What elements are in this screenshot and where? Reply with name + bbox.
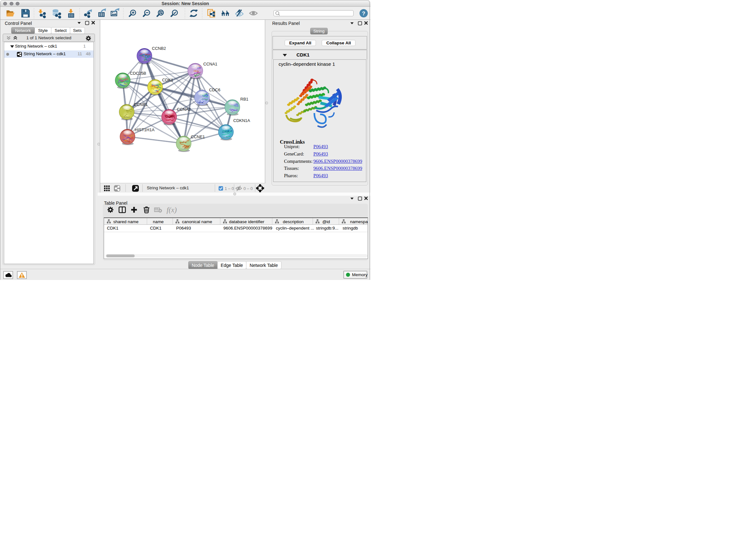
svg-text:1 – 0: 1 – 0 xyxy=(225,186,234,191)
svg-text:f(x): f(x) xyxy=(166,206,177,214)
svg-text:canonical name: canonical name xyxy=(182,219,212,224)
svg-text:shared name: shared name xyxy=(113,219,138,224)
svg-text:CCNB1: CCNB1 xyxy=(134,102,148,107)
svg-text:CCNA2: CCNA2 xyxy=(177,107,191,112)
svg-text:database identifier: database identifier xyxy=(229,219,265,224)
svg-text:CDC6: CDC6 xyxy=(209,87,220,92)
svg-text:CCNA1: CCNA1 xyxy=(203,62,217,66)
svg-text:description: description xyxy=(283,219,304,224)
svg-text:0 – 0: 0 – 0 xyxy=(244,186,253,191)
svg-text:name: name xyxy=(153,219,164,224)
svg-text:RB1: RB1 xyxy=(240,97,248,102)
svg-text:CDC25B: CDC25B xyxy=(130,71,146,76)
svg-text:CCNE1: CCNE1 xyxy=(191,134,205,139)
svg-text:?: ? xyxy=(362,10,365,17)
svg-text:CDKN1A: CDKN1A xyxy=(233,118,250,123)
svg-text:HIST1H1A: HIST1H1A xyxy=(135,127,154,132)
svg-text:CDK1: CDK1 xyxy=(162,78,173,82)
svg-text:CCNB2: CCNB2 xyxy=(152,46,166,51)
svg-text:@id: @id xyxy=(322,219,330,224)
svg-text:namespace: namespace xyxy=(350,219,367,224)
